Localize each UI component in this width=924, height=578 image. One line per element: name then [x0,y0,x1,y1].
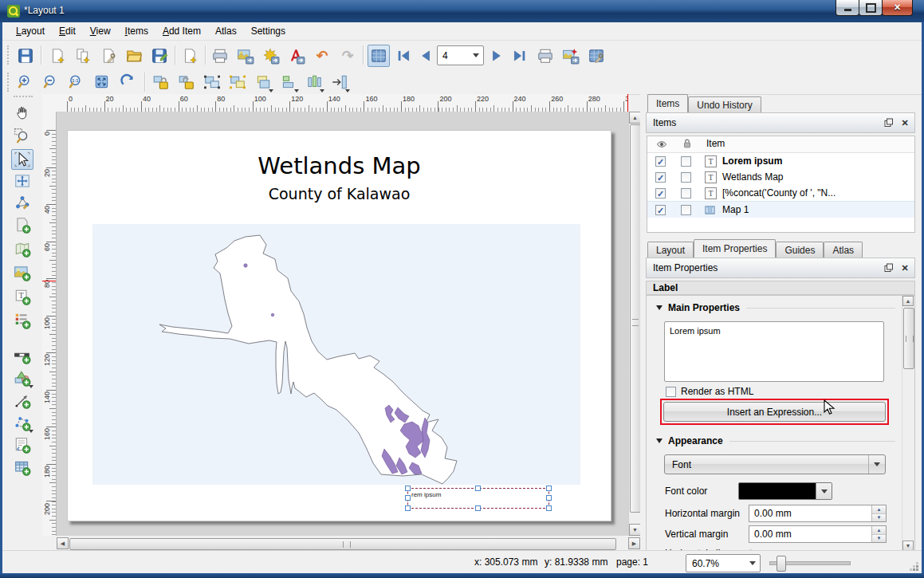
tab-atlas[interactable]: Atlas [824,242,863,258]
zoom-tool-button[interactable] [11,126,33,147]
menu-view[interactable]: View [83,23,118,39]
edit-nodes-tool-button[interactable] [11,192,33,213]
window-resize-grip[interactable] [916,568,918,571]
spin-down-icon[interactable]: ▼ [872,514,886,522]
tab-guides[interactable]: Guides [776,242,824,258]
map-title-label[interactable]: Wetlands Map [68,152,611,179]
resize-handle[interactable] [546,495,552,501]
new-layout-button[interactable] [47,45,68,66]
resize-handle[interactable] [475,505,481,511]
add-scalebar-button[interactable] [11,345,33,366]
export-pdf-button[interactable] [286,45,307,66]
align-items-button[interactable] [278,72,299,92]
zoom-level-combobox[interactable]: 60.7% [686,554,761,572]
tab-layout[interactable]: Layout [647,242,694,258]
ungroup-items-button[interactable] [227,72,248,92]
toolbar-handle[interactable] [14,96,33,100]
layout-canvas[interactable]: Wetlands Map County of Kalawao rem ipsum [57,112,628,536]
vertical-margin-spinbox[interactable]: 0.00 mm ▲▼ [749,525,887,543]
item-row[interactable]: ✓TLorem ipsum [647,153,914,169]
map-subtitle-label[interactable]: County of Kalawao [68,185,611,202]
label-text-input[interactable]: Lorem ipsum [664,321,884,382]
export-image-button[interactable] [235,45,256,66]
export-svg-button[interactable] [261,45,281,66]
pan-tool-button[interactable] [11,102,33,123]
tab-items[interactable]: Items [647,94,688,112]
lock-checkbox[interactable] [681,188,691,199]
visibility-checkbox[interactable]: ✓ [655,156,666,167]
menu-add-item[interactable]: Add Item [155,23,208,39]
layouts-folder-button[interactable] [124,45,144,66]
visibility-checkbox[interactable]: ✓ [655,172,666,183]
spin-up-icon[interactable]: ▲ [872,526,886,535]
atlas-settings-button[interactable] [586,45,607,66]
insert-expression-button[interactable]: Insert an Expression... [663,402,886,422]
add-label-button[interactable]: T [11,286,33,307]
lock-checkbox[interactable] [681,172,691,183]
lock-checkbox[interactable] [681,205,691,215]
lock-checkbox[interactable] [681,156,691,167]
refresh-view-button[interactable] [117,72,138,92]
horizontal-scrollbar[interactable]: ◀ ▶ [57,537,640,550]
raise-items-button[interactable] [253,72,273,92]
add-shape-button[interactable] [11,368,33,388]
maximize-button[interactable] [859,0,883,16]
close-panel-icon[interactable]: ✕ [898,116,911,129]
atlas-next-feature-button[interactable] [487,45,508,66]
resize-items-button[interactable] [329,72,350,92]
add-picture-button[interactable] [11,262,33,283]
zoom-slider[interactable] [769,561,851,565]
atlas-preview-toggle[interactable] [368,45,390,67]
scrollbar-thumb[interactable] [903,308,914,369]
panel-splitter[interactable] [640,94,646,550]
visibility-checkbox[interactable]: ✓ [655,188,666,199]
horizontal-margin-spinbox[interactable]: 0.00 mm ▲▼ [749,505,887,522]
save-button[interactable] [15,45,36,66]
atlas-previous-feature-button[interactable] [415,45,435,66]
zoom-full-extent-button[interactable] [92,72,112,92]
scroll-down-button[interactable]: ▼ [629,524,641,536]
map-item[interactable] [92,224,580,485]
add-map-button[interactable] [11,238,33,259]
minimize-button[interactable] [836,0,859,16]
scroll-right-button[interactable]: ▶ [628,537,640,549]
resize-handle[interactable] [546,505,552,511]
undo-button[interactable]: ↶ [312,45,332,66]
font-color-button[interactable] [738,482,832,500]
zoom-actual-size-button[interactable]: 1:1 [66,72,87,92]
distribute-items-button[interactable] [304,72,324,92]
resize-handle[interactable] [546,486,552,491]
add-legend-button[interactable] [11,310,33,331]
menu-items[interactable]: Items [118,23,155,39]
add-node-item-button[interactable] [11,412,33,433]
tab-item-properties[interactable]: Item Properties [694,239,776,258]
float-panel-icon[interactable] [883,261,895,274]
scroll-up-button[interactable]: ▲ [902,296,914,306]
render-as-html-checkbox[interactable] [666,387,676,397]
spin-down-icon[interactable]: ▼ [872,535,886,543]
atlas-last-feature-button[interactable] [509,45,530,66]
close-panel-icon[interactable]: ✕ [898,261,911,274]
tab-undo-history[interactable]: Undo History [688,96,761,112]
resize-handle[interactable] [405,505,411,511]
add-arrow-button[interactable] [11,390,33,411]
scroll-up-button[interactable]: ▲ [629,112,641,124]
appearance-group[interactable]: Appearance [656,435,895,446]
scrollbar-thumb[interactable] [69,538,616,550]
menu-atlas[interactable]: Atlas [208,23,244,39]
layout-page[interactable]: Wetlands Map County of Kalawao rem ipsum [67,130,611,521]
zoom-slider-thumb[interactable] [777,556,786,572]
zoom-out-button[interactable] [41,72,61,92]
menu-layout[interactable]: Layout [9,23,52,39]
item-row[interactable]: ✓T[%concat('County of ', "N... [647,185,914,201]
save-as-template-button[interactable] [179,45,200,66]
vertical-scrollbar[interactable]: ▲ ▼ [628,112,641,536]
duplicate-layout-button[interactable] [73,45,93,66]
selected-label-item[interactable]: rem ipsum [407,488,549,509]
resize-handle[interactable] [405,486,411,491]
add-html-frame-button[interactable] [11,434,33,455]
resize-handle[interactable] [475,486,481,491]
atlas-first-feature-button[interactable] [393,45,414,66]
color-dropdown-section[interactable] [816,483,832,499]
main-properties-group[interactable]: Main Properties [656,302,895,313]
